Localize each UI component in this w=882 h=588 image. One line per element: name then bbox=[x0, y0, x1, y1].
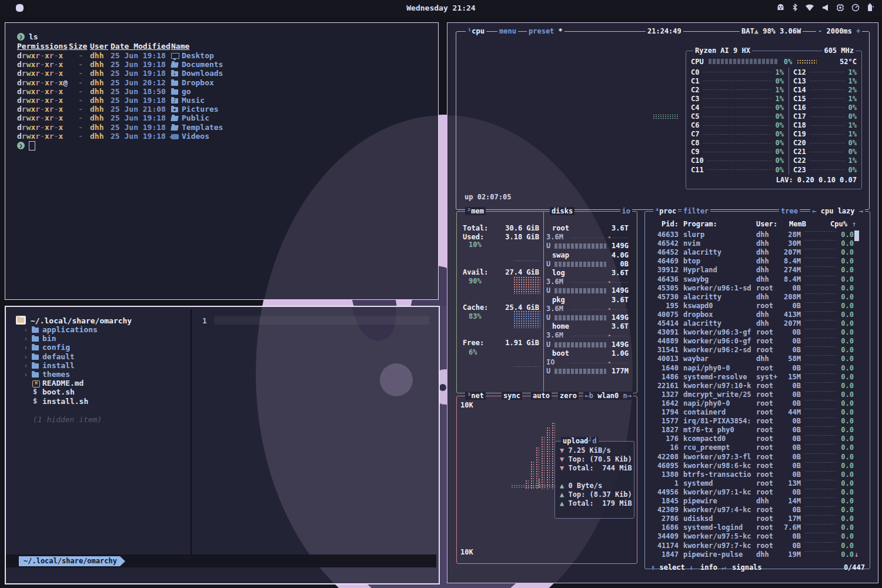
bluetooth-icon[interactable] bbox=[792, 3, 798, 12]
list-item[interactable]: ›config bbox=[6, 343, 188, 352]
proc-row[interactable]: 40075dropboxdhh413M0.0 bbox=[650, 310, 862, 319]
proc-row[interactable]: 1systemdroot13M0.0 bbox=[650, 479, 862, 488]
list-item[interactable]: ›default bbox=[6, 352, 188, 361]
user: root bbox=[756, 302, 773, 310]
proc-col-mem[interactable]: MemB bbox=[789, 220, 806, 228]
update-interval-control[interactable]: - 2000ms + bbox=[816, 27, 862, 35]
core-label: C21 bbox=[793, 148, 806, 156]
list-item[interactable]: $boot.sh bbox=[6, 387, 188, 396]
pid: 46542 bbox=[650, 239, 679, 248]
proc-row[interactable]: 1642napi/phy0-0root0B0.0 bbox=[650, 399, 862, 408]
list-item[interactable]: ›bin bbox=[6, 334, 188, 343]
proc-row[interactable]: 46633slurpdhh28M0.0 bbox=[650, 230, 862, 239]
volume-icon[interactable] bbox=[821, 4, 829, 12]
ls-row: drwxr-xr-x-dhh25 Jun 18:50go bbox=[5, 87, 435, 96]
ls-row: drwxr-xr-x-dhh25 Jun 21:08Pictures bbox=[5, 105, 435, 113]
proc-filter-button[interactable]: filter bbox=[681, 207, 710, 215]
proc-row[interactable]: 45305kworker/u96:1-sdroot0B0.0 bbox=[650, 284, 862, 293]
user: root bbox=[756, 426, 773, 434]
list-item[interactable]: $install.sh bbox=[6, 397, 188, 406]
list-item[interactable]: ›themes bbox=[6, 370, 188, 379]
proc-row[interactable]: 1827mt76-tx phy0root0B0.0 bbox=[650, 426, 862, 435]
proc-row[interactable]: 1327dmcrypt_write/25root0B0.0 bbox=[650, 390, 862, 399]
proc-sort-control[interactable]: ← cpu lazy → bbox=[810, 207, 865, 215]
wifi-icon[interactable] bbox=[805, 4, 814, 12]
net-auto-button[interactable]: auto bbox=[531, 392, 552, 400]
proc-row[interactable]: 46452alacrittydhh207M0.0 bbox=[650, 248, 862, 257]
preset-button[interactable]: preset * bbox=[527, 27, 564, 35]
proc-row[interactable]: 46095kworker/u98:6-kcroot0B0.0 bbox=[650, 462, 862, 470]
cpu-core-row: C01% bbox=[691, 68, 784, 76]
pid: 40013 bbox=[650, 355, 679, 363]
proc-row[interactable]: 41174kworker/u97:7-kcroot0B0.0 bbox=[650, 542, 862, 550]
proc-row[interactable]: 1486systemd-resolvesyst+15M0.0 bbox=[650, 373, 862, 382]
battery-icon[interactable] bbox=[867, 3, 874, 12]
proc-col-user[interactable]: User: bbox=[756, 220, 777, 228]
proc-tree-button[interactable]: tree bbox=[779, 207, 800, 215]
proc-col-pid[interactable]: Pid: bbox=[650, 220, 679, 228]
mem-box-title[interactable]: ²mem bbox=[465, 207, 486, 215]
pid: 1640 bbox=[650, 364, 679, 372]
proc-row[interactable]: 1847pipewire-pulsedhh19M0.0 bbox=[650, 550, 862, 559]
core-graph bbox=[810, 98, 845, 99]
proc-row[interactable]: 45414alacrittydhh207M0.0 bbox=[650, 319, 862, 328]
proc-row[interactable]: 46542nvimdhh30M0.0 bbox=[650, 239, 862, 248]
proc-row[interactable]: 1686systemd-logindroot7.6M0.0 bbox=[650, 523, 862, 532]
net-interface-switch[interactable]: ←b wlan0 n→ bbox=[583, 392, 634, 400]
list-item[interactable]: MREADME.md bbox=[6, 379, 188, 387]
proc-row[interactable]: 16rcu_preemptroot0B0.0 bbox=[650, 443, 862, 452]
proc-row[interactable]: 1640napi/phy0-0root0B0.0 bbox=[650, 364, 862, 373]
disk-io-graph bbox=[570, 309, 629, 310]
cpu-graph bbox=[804, 266, 836, 268]
proc-box-title[interactable]: ⁴proc bbox=[653, 207, 678, 215]
net-box-title[interactable]: ³net bbox=[465, 392, 486, 400]
gauge-icon[interactable] bbox=[851, 4, 860, 12]
signals-hint[interactable]: signals bbox=[732, 563, 762, 572]
cpu-chip-icon[interactable] bbox=[836, 4, 844, 12]
select-hint[interactable]: ↑ select ↓ bbox=[651, 563, 693, 572]
proc-row[interactable]: 46469btopdhh8.4M0.0 bbox=[650, 257, 862, 266]
proc-row[interactable]: 42208kworker/u97:3-flroot0B0.0 bbox=[650, 453, 862, 462]
proc-row[interactable]: 40013waybardhh58M0.0 bbox=[650, 355, 862, 363]
proc-row[interactable]: 1794containerdroot44M0.0 bbox=[650, 408, 862, 417]
proc-scrollbar[interactable] bbox=[854, 230, 859, 241]
proc-row[interactable]: 195kswapd0root0B0.0 bbox=[650, 302, 862, 310]
net-sync-button[interactable]: sync bbox=[502, 392, 522, 400]
pid: 195 bbox=[650, 302, 679, 310]
terminal-cursor[interactable] bbox=[29, 141, 35, 151]
pane-divider[interactable] bbox=[191, 309, 192, 564]
package-updates-icon[interactable] bbox=[776, 3, 785, 12]
proc-row[interactable]: 2786udisksdroot17M0.0 bbox=[650, 514, 862, 523]
proc-row[interactable]: 44889kworker/u96:0-gfroot0B0.0 bbox=[650, 337, 862, 346]
proc-row[interactable]: 45730alacrittydhh208M0.0 bbox=[650, 293, 862, 302]
user: root bbox=[756, 390, 773, 399]
proc-row[interactable]: 46436swaybgdhh8.4M0.0 bbox=[650, 275, 862, 284]
proc-row[interactable]: 1380btrfs-transactioroot0B0.0 bbox=[650, 470, 862, 479]
scroll-down-icon[interactable]: ↓ bbox=[854, 550, 858, 559]
proc-col-program[interactable]: Program: bbox=[683, 220, 717, 228]
proc-row[interactable]: 1577irq/81-PIXA3854:root0B0.0 bbox=[650, 417, 862, 426]
cpu-box-title[interactable]: ¹cpu bbox=[466, 27, 486, 35]
list-item[interactable]: ›applications bbox=[6, 325, 188, 334]
proc-row[interactable]: 43091kworker/u96:3-gfroot0B0.0 bbox=[650, 328, 862, 337]
net-zero-button[interactable]: zero bbox=[558, 392, 579, 400]
menu-button[interactable]: menu bbox=[497, 27, 518, 35]
proc-row[interactable]: 44956kworker/u97:1-kcroot0B0.0 bbox=[650, 488, 862, 497]
file-name: Pictures bbox=[182, 105, 219, 113]
list-item[interactable]: ›install bbox=[6, 361, 188, 370]
disks-io-button[interactable]: io bbox=[620, 207, 632, 215]
proc-row[interactable]: 31541kworker/u96:2-sdroot0B0.0 bbox=[650, 346, 862, 355]
core-graph bbox=[703, 151, 771, 153]
proc-row[interactable]: 39912Hyprlanddhh274M0.0 bbox=[650, 266, 862, 275]
proc-col-cpu[interactable]: Cpu% bbox=[830, 220, 847, 228]
proc-row[interactable]: 176kcompactd0root0B0.0 bbox=[650, 435, 862, 443]
proc-row[interactable]: 42309kworker/u97:4-kcroot0B0.0 bbox=[650, 506, 862, 514]
program: alacritty bbox=[683, 293, 721, 301]
user: root bbox=[756, 532, 773, 540]
proc-row[interactable]: 22161kworker/u97:10-kroot0B0.0 bbox=[650, 382, 862, 390]
proc-row[interactable]: 1845pipewiredhh14M0.0 bbox=[650, 497, 862, 506]
info-hint[interactable]: info ↵ bbox=[700, 563, 726, 572]
net-stats-title[interactable]: upload┘d bbox=[561, 437, 599, 445]
size: - bbox=[64, 123, 83, 132]
proc-row[interactable]: 34409kworker/u97:5-kcroot0B0.0 bbox=[650, 532, 862, 541]
